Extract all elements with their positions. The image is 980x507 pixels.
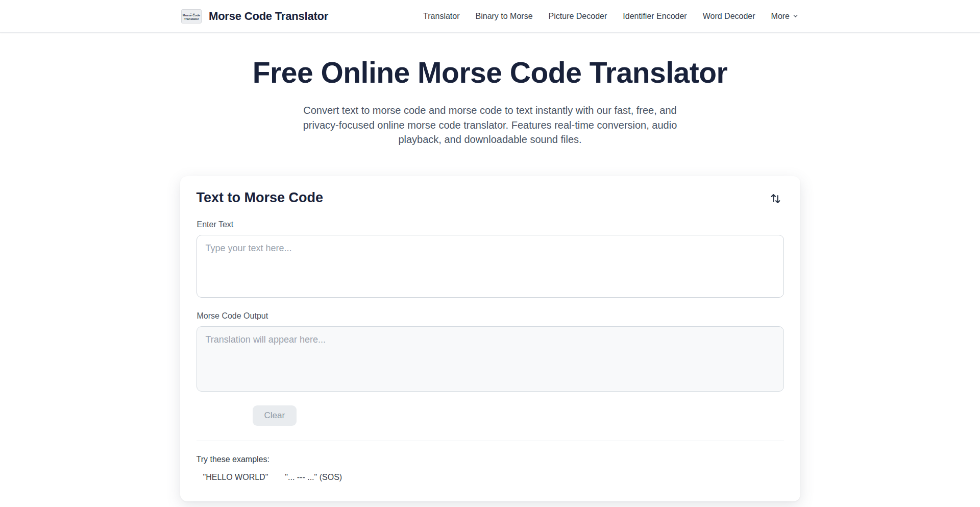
- examples-heading: Try these examples:: [197, 455, 784, 464]
- nav-item-translator[interactable]: Translator: [423, 12, 459, 21]
- translator-card-title: Text to Morse Code: [197, 190, 324, 206]
- brand-title: Morse Code Translator: [209, 10, 328, 23]
- translator-card: Text to Morse Code Enter Text Morse Code…: [180, 176, 800, 501]
- clear-button[interactable]: Clear: [253, 405, 297, 426]
- nav-item-picture-decoder[interactable]: Picture Decoder: [549, 12, 607, 21]
- examples-row: "HELLO WORLD" "... --- ..." (SOS): [197, 473, 784, 482]
- example-sos[interactable]: "... --- ..." (SOS): [285, 473, 342, 482]
- button-row: Clear: [197, 405, 784, 426]
- main-nav: Translator Binary to Morse Picture Decod…: [423, 12, 799, 21]
- nav-more-label: More: [771, 12, 790, 21]
- header-container: .._ _ Morse Code Translator Morse Code T…: [181, 9, 799, 23]
- swap-vertical-icon: [769, 198, 782, 206]
- nav-item-identifier-encoder[interactable]: Identifier Encoder: [623, 12, 687, 21]
- nav-item-binary-to-morse[interactable]: Binary to Morse: [476, 12, 533, 21]
- nav-item-word-decoder[interactable]: Word Decoder: [703, 12, 755, 21]
- swap-direction-button[interactable]: [767, 189, 784, 206]
- chevron-down-icon: [792, 13, 799, 19]
- text-input[interactable]: [197, 235, 784, 298]
- input-label: Enter Text: [197, 220, 784, 229]
- brand-logo-icon: .._ _ Morse Code Translator: [181, 9, 202, 23]
- brand-link[interactable]: .._ _ Morse Code Translator Morse Code T…: [181, 9, 328, 23]
- morse-output[interactable]: [197, 326, 784, 392]
- output-label: Morse Code Output: [197, 311, 784, 321]
- card-divider: [197, 441, 784, 441]
- page-title: Free Online Morse Code Translator: [0, 56, 980, 90]
- translator-card-header: Text to Morse Code: [197, 189, 784, 206]
- site-header: .._ _ Morse Code Translator Morse Code T…: [0, 0, 980, 33]
- page-subtitle: Convert text to morse code and morse cod…: [296, 103, 684, 147]
- main-content: Free Online Morse Code Translator Conver…: [0, 56, 980, 501]
- nav-item-more[interactable]: More: [771, 12, 799, 21]
- example-hello-world[interactable]: "HELLO WORLD": [203, 473, 268, 482]
